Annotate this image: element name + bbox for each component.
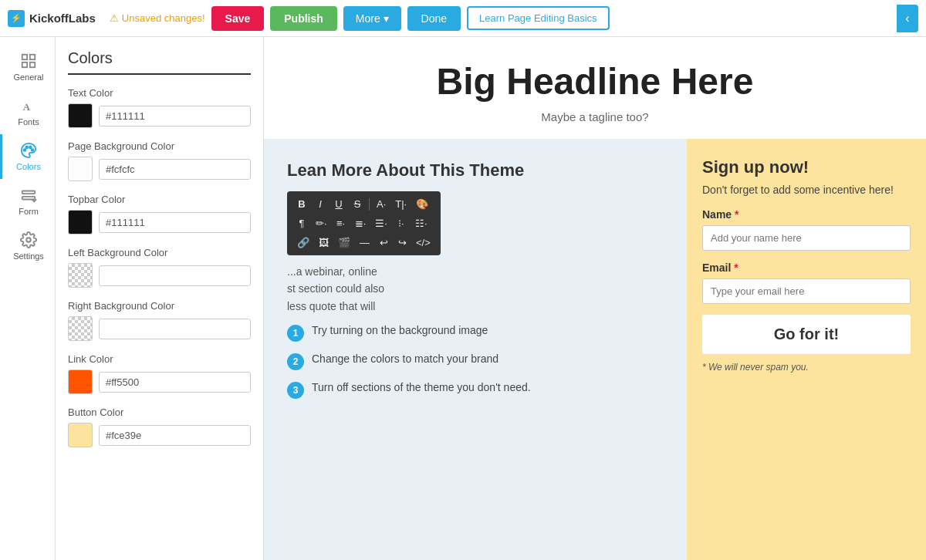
submit-button[interactable]: Go for it! (702, 315, 911, 354)
text-color-row: Text Color (68, 87, 251, 128)
list-item-3: 3 Turn off sections of the theme you don… (287, 381, 664, 399)
tb-redo[interactable]: ↪ (394, 234, 411, 251)
publish-button[interactable]: Publish (270, 6, 337, 31)
sidebar-item-settings[interactable]: Settings (0, 224, 55, 268)
logo-text: KickoffLabs (29, 12, 96, 25)
list-item-1: 1 Try turning on the background image (287, 324, 664, 342)
more-button[interactable]: More ▾ (343, 6, 401, 31)
tb-font-color[interactable]: A· (373, 196, 390, 212)
tb-pencil[interactable]: ✏· (312, 215, 331, 231)
tb-indent[interactable]: ≣· (351, 215, 370, 231)
text-color-input[interactable] (99, 106, 251, 127)
colors-icon (20, 142, 37, 159)
name-label: Name * (702, 208, 911, 221)
learn-link-button[interactable]: Learn Page Editing Basics (467, 6, 609, 30)
sidebar-item-colors[interactable]: Colors (0, 134, 55, 179)
button-color-label: Button Color (68, 407, 251, 418)
content-area: Big Headline Here Maybe a tagline too? L… (264, 37, 926, 560)
sidebar-item-general-label: General (13, 73, 43, 82)
sidebar-item-fonts-label: Fonts (18, 117, 39, 127)
tb-grid[interactable]: ☷· (411, 215, 431, 231)
svg-rect-9 (22, 191, 35, 194)
tb-code[interactable]: </> (412, 234, 434, 251)
num-badge-3: 3 (287, 382, 304, 399)
signup-incentive[interactable]: Don't forget to add some incentive here! (702, 184, 911, 196)
tb-list[interactable]: ☰· (371, 215, 391, 231)
tb-hr[interactable]: — (356, 234, 373, 251)
svg-point-8 (32, 149, 34, 151)
section-title[interactable]: Lean More About This Theme (287, 160, 664, 180)
button-color-swatch[interactable] (68, 423, 93, 447)
tb-columns[interactable]: ⁝· (393, 215, 410, 231)
form-icon (20, 187, 37, 204)
topbar-color-swatch[interactable] (68, 210, 93, 234)
left-bg-color-swatch[interactable] (68, 263, 93, 288)
toolbar-row-1: B I U S A· T|· 🎨 (293, 196, 434, 212)
done-button[interactable]: Done (407, 6, 461, 31)
tb-undo[interactable]: ↩ (375, 234, 392, 251)
tb-link[interactable]: 🔗 (293, 234, 313, 251)
sidebar-item-fonts[interactable]: A Fonts (0, 89, 55, 134)
list-item-3-text: Turn off sections of the theme you don't… (312, 381, 531, 393)
email-input[interactable] (702, 278, 911, 304)
num-badge-1: 1 (287, 325, 304, 342)
tb-strikethrough[interactable]: S (349, 196, 366, 212)
button-color-input[interactable] (99, 425, 251, 446)
name-input[interactable] (702, 225, 911, 251)
text-color-label: Text Color (68, 87, 251, 99)
text-color-swatch[interactable] (68, 103, 93, 128)
link-color-input[interactable] (99, 372, 251, 393)
sidebar-item-form-label: Form (19, 207, 39, 216)
main-layout: General A Fonts Colors Form (0, 37, 926, 560)
svg-rect-0 (22, 55, 27, 59)
email-label-text: Email (702, 261, 731, 274)
sidebar-item-form[interactable]: Form (0, 179, 55, 224)
svg-rect-2 (22, 62, 27, 67)
unsaved-warning: ⚠ Unsaved changes! (110, 12, 205, 24)
tb-highlight[interactable]: 🎨 (412, 196, 432, 212)
page-headline[interactable]: Big Headline Here (279, 60, 911, 103)
tb-bold[interactable]: B (293, 196, 310, 212)
num-badge-2: 2 (287, 353, 304, 370)
text-editor-toolbar: B I U S A· T|· 🎨 ¶ ✏· ≡· ≣· ☰· (287, 191, 441, 255)
settings-icon (20, 231, 37, 248)
list-item-1-text: Try turning on the background image (312, 324, 488, 336)
svg-rect-1 (30, 55, 35, 59)
page-bg-color-swatch[interactable] (68, 157, 93, 181)
save-button[interactable]: Save (211, 6, 265, 31)
svg-point-7 (29, 147, 32, 149)
collapse-button[interactable]: ‹ (897, 5, 918, 32)
left-bg-color-label: Left Background Color (68, 247, 251, 258)
svg-rect-3 (30, 62, 35, 67)
email-required: * (734, 261, 738, 274)
tb-font-size[interactable]: T|· (391, 196, 411, 212)
tb-paragraph[interactable]: ¶ (293, 215, 310, 231)
link-color-swatch[interactable] (68, 369, 93, 394)
page-tagline[interactable]: Maybe a tagline too? (279, 110, 911, 123)
signup-panel: Sign up now! Don't forget to add some in… (687, 139, 926, 560)
page-bg-color-row: Page Background Color (68, 140, 251, 181)
warning-icon: ⚠ (110, 12, 119, 24)
right-bg-color-input[interactable] (99, 319, 251, 339)
sidebar-item-general[interactable]: General (0, 45, 55, 89)
tb-video[interactable]: 🎬 (334, 234, 354, 251)
list-item-2: 2 Change the colors to match your brand (287, 353, 664, 370)
link-color-label: Link Color (68, 353, 251, 365)
page-bg-color-input[interactable] (99, 159, 251, 180)
tb-underline[interactable]: U (330, 196, 347, 212)
tb-image[interactable]: 🖼 (315, 234, 333, 251)
topbar-color-input[interactable] (99, 212, 251, 233)
right-bg-color-swatch[interactable] (68, 316, 93, 341)
sidebar-icons: General A Fonts Colors Form (0, 37, 56, 560)
spam-note: * We will never spam you. (702, 362, 911, 373)
tb-sep-1 (369, 198, 370, 211)
svg-rect-10 (22, 197, 35, 200)
link-color-row: Link Color (68, 353, 251, 394)
left-bg-color-row: Left Background Color (68, 247, 251, 288)
left-bg-color-input[interactable] (99, 265, 251, 286)
left-content: Lean More About This Theme B I U S A· T|… (264, 139, 687, 560)
fonts-icon: A (20, 97, 37, 114)
logo: ⚡ KickoffLabs (8, 10, 96, 27)
tb-italic[interactable]: I (312, 196, 329, 212)
tb-align[interactable]: ≡· (333, 215, 350, 231)
